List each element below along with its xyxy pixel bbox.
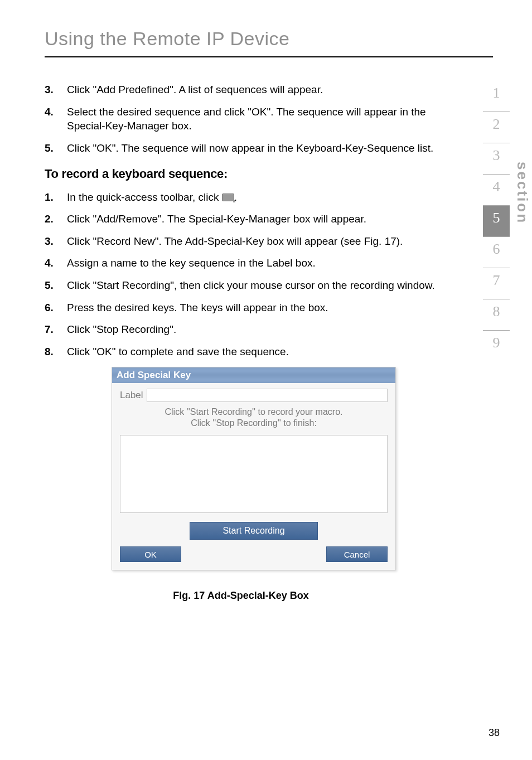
page-number: 38	[489, 727, 500, 739]
list-text: Select the desired sequence and click "O…	[67, 105, 493, 133]
list-text: Click "Record New". The Add-Special-Key …	[67, 234, 493, 249]
list-item: 7. Click "Stop Recording".	[45, 322, 493, 337]
ok-button[interactable]: OK	[120, 546, 181, 562]
dialog-instructions-line2: Click ''Stop Recording'' to finish:	[191, 418, 317, 428]
section-nav-item-7[interactable]: 7	[483, 268, 510, 299]
dialog-body: Label Click ''Start Recording'' to recor…	[112, 383, 395, 570]
list-item: 2. Click "Add/Remove". The Special-Key-M…	[45, 212, 493, 226]
list-item: 4. Assign a name to the key sequence in …	[45, 256, 493, 270]
list-number: 1.	[45, 190, 67, 205]
dialog-instructions: Click ''Start Recording'' to record your…	[120, 406, 388, 430]
start-recording-button[interactable]: Start Recording	[190, 522, 318, 540]
cancel-button[interactable]: Cancel	[326, 546, 388, 562]
list-item: 4. Select the desired sequence and click…	[45, 105, 493, 133]
first-ordered-list: 3. Click "Add Predefined". A list of seq…	[45, 83, 493, 156]
subheading: To record a keyboard sequence:	[45, 167, 493, 181]
section-nav-item-8[interactable]: 8	[483, 299, 510, 331]
list-number: 5.	[45, 278, 67, 293]
section-nav-item-4[interactable]: 4	[483, 175, 510, 206]
figure-caption: Fig. 17 Add-Special-Key Box	[45, 590, 493, 602]
section-nav-item-3[interactable]: 3	[483, 143, 510, 175]
list-item: 3. Click "Record New". The Add-Special-K…	[45, 234, 493, 249]
section-nav-item-2[interactable]: 2	[483, 112, 510, 143]
list-text-pre: In the quick-access toolbar, click	[67, 191, 222, 203]
section-nav-item-5[interactable]: 5	[483, 206, 510, 237]
list-number: 8.	[45, 345, 67, 359]
list-text: Click "OK" to complete and save the sequ…	[67, 345, 493, 359]
dialog-instructions-line1: Click ''Start Recording'' to record your…	[165, 407, 343, 417]
second-ordered-list: 1. In the quick-access toolbar, click . …	[45, 190, 493, 359]
dialog-start-row: Start Recording	[120, 522, 388, 540]
section-nav-item-6[interactable]: 6	[483, 237, 510, 268]
dialog-title: Add Special Key	[112, 367, 395, 383]
add-special-key-dialog: Add Special Key Label Click ''Start Reco…	[112, 367, 396, 571]
dialog-label-row: Label	[120, 389, 388, 402]
title-rule	[45, 56, 493, 57]
keyboard-key-icon	[222, 193, 234, 201]
recording-textarea[interactable]	[120, 435, 388, 513]
section-nav-item-1[interactable]: 1	[483, 81, 510, 112]
list-number: 7.	[45, 322, 67, 337]
list-text: Assign a name to the key sequence in the…	[67, 256, 493, 270]
list-text: In the quick-access toolbar, click .	[67, 190, 493, 205]
list-item: 3. Click "Add Predefined". A list of seq…	[45, 83, 493, 97]
dialog-label-text: Label	[120, 390, 143, 401]
list-item: 5. Click "Start Recording", then click y…	[45, 278, 493, 293]
section-nav: 1 2 3 4 5 6 7 8 9	[483, 81, 510, 362]
page-title: Using the Remote IP Device	[45, 28, 493, 50]
list-number: 3.	[45, 83, 67, 97]
list-item: 6. Press the desired keys. The keys will…	[45, 301, 493, 315]
list-text: Click "Start Recording", then click your…	[67, 278, 493, 293]
list-number: 2.	[45, 212, 67, 226]
section-label: section	[514, 162, 531, 224]
list-text: Press the desired keys. The keys will ap…	[67, 301, 493, 315]
list-number: 3.	[45, 234, 67, 249]
list-text: Click "Stop Recording".	[67, 322, 493, 337]
list-item: 1. In the quick-access toolbar, click .	[45, 190, 493, 205]
dialog-bottom-row: OK Cancel	[120, 546, 388, 562]
list-text: Click "OK". The sequence will now appear…	[67, 141, 493, 156]
list-item: 5. Click "OK". The sequence will now app…	[45, 141, 493, 156]
list-item: 8. Click "OK" to complete and save the s…	[45, 345, 493, 359]
section-nav-item-9[interactable]: 9	[483, 331, 510, 362]
list-text: Click "Add Predefined". A list of sequen…	[67, 83, 493, 97]
list-number: 5.	[45, 141, 67, 156]
list-number: 4.	[45, 105, 67, 133]
list-text: Click "Add/Remove". The Special-Key-Mana…	[67, 212, 493, 226]
list-number: 4.	[45, 256, 67, 270]
label-input[interactable]	[147, 389, 388, 402]
list-number: 6.	[45, 301, 67, 315]
